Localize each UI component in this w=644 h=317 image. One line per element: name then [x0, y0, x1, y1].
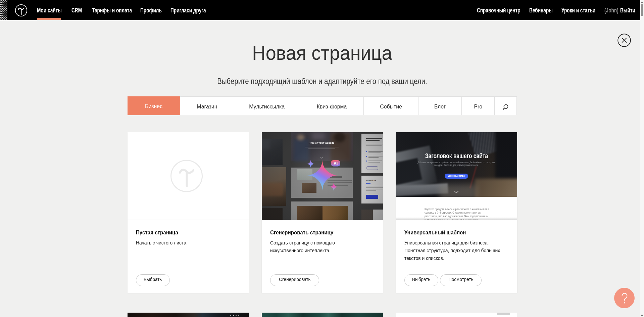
svg-text:AI: AI: [334, 161, 338, 166]
